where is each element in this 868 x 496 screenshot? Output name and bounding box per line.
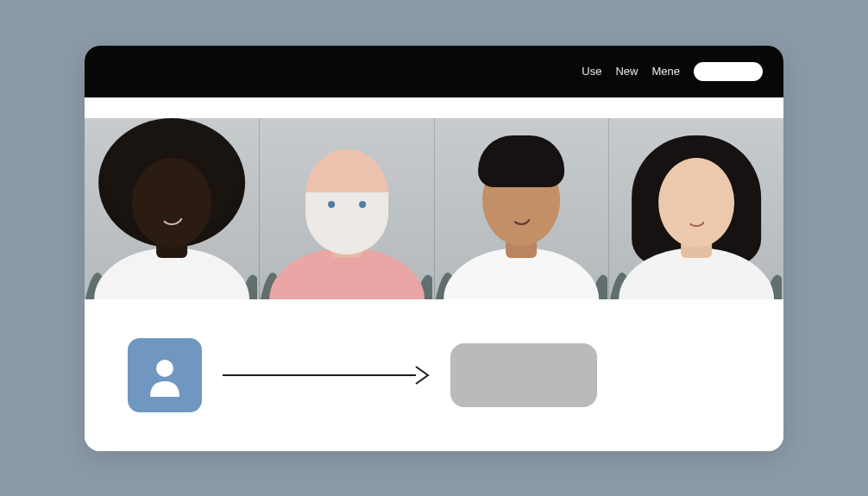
svg-point-0	[156, 360, 173, 377]
bottom-panel	[85, 299, 783, 451]
app-window: Use New Mene	[85, 46, 783, 451]
nav-link-use[interactable]: Use	[582, 65, 601, 78]
spacer	[85, 97, 783, 118]
avatar	[609, 118, 783, 299]
avatar	[85, 118, 259, 299]
nav-link-mene[interactable]: Mene	[651, 65, 680, 78]
avatar	[435, 118, 609, 299]
face-cell-4	[609, 118, 783, 299]
faces-row	[85, 118, 783, 299]
person-icon[interactable]	[128, 338, 202, 412]
nav: Use New Mene	[582, 65, 680, 78]
face-cell-3	[435, 118, 610, 299]
target-placeholder[interactable]	[450, 343, 597, 407]
search-pill[interactable]	[694, 62, 763, 81]
face-cell-1	[85, 118, 260, 299]
face-cell-2	[260, 118, 435, 299]
avatar	[260, 118, 434, 299]
nav-link-new[interactable]: New	[615, 65, 638, 78]
arrow-right-icon	[223, 374, 430, 376]
person-icon-svg	[143, 354, 186, 397]
header: Use New Mene	[85, 46, 783, 97]
